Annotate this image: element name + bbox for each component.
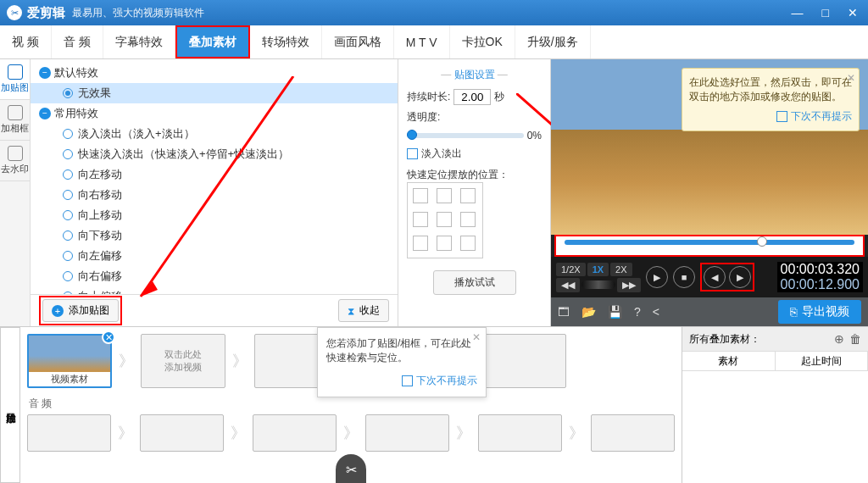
remove-clip-icon[interactable]: ✕ bbox=[102, 330, 115, 344]
effect-group-default[interactable]: −默认特效 bbox=[31, 63, 398, 83]
effect-group-common[interactable]: −常用特效 bbox=[31, 103, 398, 124]
collapse-button[interactable]: ⧗收起 bbox=[338, 299, 389, 322]
collapse-icon[interactable]: − bbox=[39, 67, 51, 79]
position-grid bbox=[407, 182, 483, 258]
preview-play-button[interactable]: 播放试试 bbox=[433, 270, 516, 295]
col-material[interactable]: 素材 bbox=[682, 352, 776, 370]
opacity-slider[interactable] bbox=[407, 133, 524, 138]
clip-slot[interactable] bbox=[481, 334, 566, 388]
split-clip-button[interactable]: ✂ bbox=[336, 454, 366, 483]
save-icon[interactable]: 💾 bbox=[608, 305, 622, 319]
effect-item[interactable]: 向右移动 bbox=[31, 185, 398, 205]
tab-video-style[interactable]: 画面风格 bbox=[322, 25, 394, 58]
col-time-range[interactable]: 起止时间 bbox=[776, 352, 869, 370]
audio-slot[interactable] bbox=[27, 414, 111, 452]
dont-show-checkbox[interactable] bbox=[776, 111, 787, 122]
quickpos-label: 快速定位摆放的位置： bbox=[407, 168, 542, 182]
pos-tr[interactable] bbox=[460, 188, 476, 203]
tab-karaoke[interactable]: 卡拉OK bbox=[450, 25, 515, 58]
effect-item[interactable]: 向下移动 bbox=[31, 225, 398, 246]
close-icon[interactable]: ✕ bbox=[472, 331, 481, 343]
radio-icon bbox=[63, 271, 73, 281]
tab-overlay-material[interactable]: 叠加素材 bbox=[175, 25, 250, 58]
effect-item[interactable]: 向右偏移 bbox=[31, 266, 398, 286]
timeline: ✕ 视频素材 》 双击此处 添加视频 》 》 》 音 频 》 》 》 》 》 ✕… bbox=[20, 327, 682, 483]
overlay-subtabs: 加贴图 加相框 去水印 bbox=[0, 59, 31, 326]
pos-ml[interactable] bbox=[413, 212, 428, 227]
pos-tc[interactable] bbox=[437, 188, 452, 203]
pos-tl[interactable] bbox=[413, 188, 428, 203]
pos-bc[interactable] bbox=[437, 236, 452, 251]
prev-frame-button[interactable]: ◀ bbox=[704, 266, 726, 288]
effects-list[interactable]: −默认特效 无效果 −常用特效 淡入淡出（淡入+淡出） 快速淡入淡出（快速淡入+… bbox=[31, 59, 398, 294]
tab-mtv[interactable]: M T V bbox=[394, 25, 450, 58]
share-icon[interactable]: < bbox=[653, 305, 659, 319]
close-icon[interactable]: ✕ bbox=[847, 72, 855, 84]
subtab-remove-watermark[interactable]: 去水印 bbox=[0, 141, 30, 181]
window-maximize-icon[interactable]: □ bbox=[819, 4, 832, 21]
audio-slot[interactable] bbox=[365, 414, 449, 452]
app-name: 爱剪辑 bbox=[27, 5, 65, 21]
seek-fwd-icon[interactable]: ▶▶ bbox=[617, 278, 641, 292]
stop-button[interactable]: ■ bbox=[673, 266, 695, 288]
pos-bl[interactable] bbox=[413, 236, 428, 251]
rate-2x[interactable]: 2X bbox=[610, 263, 632, 276]
open-icon[interactable]: 📂 bbox=[581, 305, 596, 319]
window-close-icon[interactable]: ✕ bbox=[844, 4, 861, 21]
pos-br[interactable] bbox=[460, 236, 476, 251]
rate-1x[interactable]: 1X bbox=[587, 263, 609, 276]
effect-item[interactable]: 淡入淡出（淡入+淡出） bbox=[31, 124, 398, 144]
video-preview[interactable]: ✕ 在此处选好位置，然后双击，即可在双击的地方添加或修改您的贴图。 下次不再提示 bbox=[551, 59, 868, 235]
seek-bar[interactable] bbox=[554, 235, 865, 257]
delete-icon[interactable]: 🗑 bbox=[849, 332, 861, 346]
effect-none[interactable]: 无效果 bbox=[31, 83, 398, 103]
effect-item[interactable]: 向上移动 bbox=[31, 205, 398, 225]
play-button[interactable]: ▶ bbox=[646, 266, 668, 288]
titlebar: ✂ 爱剪辑 最易用、强大的视频剪辑软件 — □ ✕ bbox=[0, 0, 868, 25]
locate-icon[interactable]: ⊕ bbox=[834, 332, 844, 346]
new-icon[interactable]: 🗔 bbox=[558, 305, 570, 319]
effect-item[interactable]: 快速淡入淡出（快速淡入+停留+快速淡出） bbox=[31, 144, 398, 164]
asset-panel-title: 所有叠加素材： bbox=[689, 332, 760, 347]
audio-slot[interactable] bbox=[478, 414, 562, 452]
tab-audio[interactable]: 音 频 bbox=[52, 25, 103, 58]
window-minimize-icon[interactable]: — bbox=[788, 4, 807, 21]
help-icon[interactable]: ? bbox=[634, 305, 641, 319]
subtab-add-frame[interactable]: 加相框 bbox=[0, 100, 30, 141]
playback-controls: 1/2X 1X 2X ◀◀ ▶▶ ▶ ■ ◀ ▶ 00:00:03.320 00… bbox=[551, 257, 868, 297]
radio-icon bbox=[63, 251, 73, 261]
add-sticker-button[interactable]: +添加贴图 bbox=[42, 299, 119, 322]
add-clip-placeholder[interactable]: 双击此处 添加视频 bbox=[141, 334, 225, 388]
pos-mr[interactable] bbox=[460, 212, 476, 227]
fade-checkbox[interactable] bbox=[407, 148, 418, 159]
effect-item[interactable]: 向左移动 bbox=[31, 164, 398, 185]
bottom-tab-added-clips[interactable]: 已添加片段 bbox=[0, 327, 20, 483]
video-clip[interactable]: ✕ 视频素材 bbox=[27, 334, 112, 388]
rate-half[interactable]: 1/2X bbox=[556, 263, 586, 276]
pos-mc[interactable] bbox=[437, 212, 452, 227]
next-frame-button[interactable]: ▶ bbox=[729, 266, 751, 288]
collapse-icon[interactable]: − bbox=[39, 108, 51, 119]
effect-item[interactable]: 向上偏移 bbox=[31, 286, 398, 294]
jog-wheel[interactable] bbox=[581, 280, 615, 289]
tab-transition-fx[interactable]: 转场特效 bbox=[250, 25, 322, 58]
subtab-add-sticker[interactable]: 加贴图 bbox=[0, 59, 30, 100]
tab-upgrade[interactable]: 升级/服务 bbox=[515, 25, 591, 58]
seek-back-icon[interactable]: ◀◀ bbox=[556, 278, 580, 292]
radio-icon bbox=[63, 169, 73, 180]
audio-slot[interactable] bbox=[253, 414, 337, 452]
export-video-button[interactable]: ⎘导出视频 bbox=[778, 300, 861, 324]
effect-item[interactable]: 向左偏移 bbox=[31, 246, 398, 266]
tab-video[interactable]: 视 频 bbox=[0, 25, 52, 58]
audio-slot[interactable] bbox=[591, 414, 675, 452]
tab-subtitle-fx[interactable]: 字幕特效 bbox=[103, 25, 175, 58]
opacity-value: 0% bbox=[527, 130, 542, 142]
radio-icon bbox=[63, 291, 73, 294]
app-tagline: 最易用、强大的视频剪辑软件 bbox=[72, 6, 204, 20]
audio-slot[interactable] bbox=[140, 414, 224, 452]
dont-show-checkbox[interactable] bbox=[402, 375, 413, 386]
watermark-icon bbox=[8, 146, 23, 161]
time-total: 00:00:12.900 bbox=[777, 277, 863, 292]
duration-input[interactable] bbox=[453, 89, 491, 105]
opacity-label: 透明度: bbox=[407, 111, 440, 123]
